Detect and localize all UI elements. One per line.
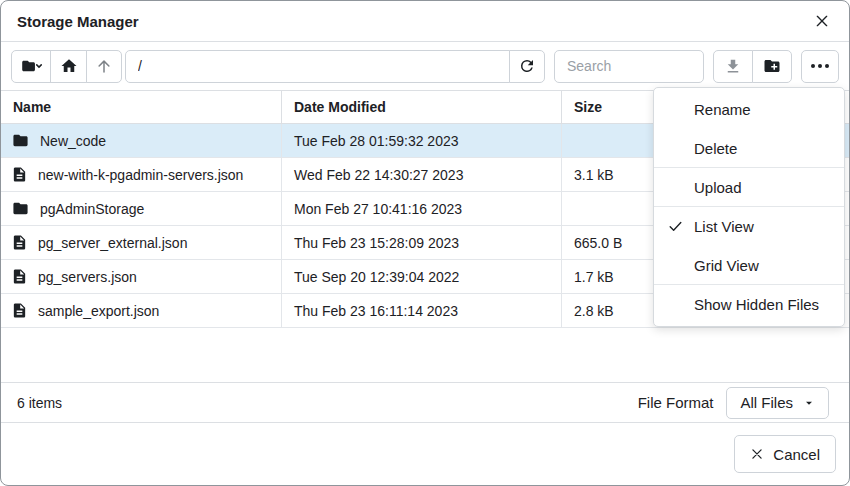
file-name: pg_servers.json [38, 269, 137, 285]
search-input[interactable] [554, 50, 704, 83]
file-format-wrap: File Format All Files [638, 387, 829, 419]
storage-manager-dialog: Storage Manager [0, 0, 850, 486]
cancel-button[interactable]: Cancel [734, 435, 836, 473]
file-name-cell: pg_servers.json [1, 260, 282, 293]
options-context-menu: Rename Delete Upload List View [653, 87, 845, 327]
file-date-modified: Wed Feb 22 14:30:27 2023 [282, 158, 562, 191]
file-action-button-group [713, 50, 792, 83]
file-format-label: File Format [638, 394, 714, 411]
menu-item[interactable]: List View [654, 207, 844, 246]
status-bar: 6 items File Format All Files [1, 382, 849, 423]
path-input[interactable] [125, 50, 510, 83]
file-icon [11, 166, 28, 183]
title-bar: Storage Manager [1, 1, 849, 42]
column-header-name[interactable]: Name [1, 91, 282, 123]
file-date-modified: Thu Feb 23 15:28:09 2023 [282, 226, 562, 259]
menu-item-label: Rename [694, 101, 751, 118]
file-date-modified: Tue Feb 28 01:59:32 2023 [282, 124, 562, 157]
dialog-title: Storage Manager [17, 13, 139, 30]
more-icon [811, 64, 829, 68]
menu-item-label: Delete [694, 140, 737, 157]
file-name-cell: New_code [1, 124, 282, 157]
file-icon [11, 234, 28, 251]
home-icon [60, 57, 78, 75]
items-count: 6 items [17, 395, 62, 411]
menu-item-label: Show Hidden Files [694, 296, 819, 313]
file-name: pgAdminStorage [40, 201, 144, 217]
folder-menu-button[interactable] [11, 50, 51, 83]
menu-item[interactable]: Show Hidden Files [654, 285, 844, 324]
close-icon[interactable] [812, 11, 832, 31]
folder-icon [11, 200, 30, 217]
file-format-value: All Files [740, 394, 793, 411]
cancel-label: Cancel [773, 446, 820, 463]
file-name-cell: new-with-k-pgadmin-servers.json [1, 158, 282, 191]
file-name-cell: sample_export.json [1, 294, 282, 327]
file-name: pg_server_external.json [38, 235, 187, 251]
download-icon [724, 57, 742, 75]
file-name: sample_export.json [38, 303, 159, 319]
toolbar [1, 42, 849, 90]
file-name-cell: pg_server_external.json [1, 226, 282, 259]
up-directory-button[interactable] [86, 50, 122, 83]
refresh-icon [518, 57, 536, 75]
file-name: new-with-k-pgadmin-servers.json [38, 167, 243, 183]
file-date-modified: Mon Feb 27 10:41:16 2023 [282, 192, 562, 225]
folder-menu-icon [21, 57, 42, 75]
menu-item[interactable]: Upload [654, 168, 844, 207]
file-icon [11, 268, 28, 285]
dialog-footer: Cancel [1, 423, 849, 485]
more-options-button[interactable] [801, 50, 839, 83]
new-folder-icon [762, 57, 782, 75]
home-button[interactable] [50, 50, 87, 83]
file-list-empty-area [1, 328, 849, 382]
download-button[interactable] [713, 50, 753, 83]
menu-item[interactable]: Grid View [654, 246, 844, 285]
file-date-modified: Thu Feb 23 16:11:14 2023 [282, 294, 562, 327]
menu-item[interactable]: Rename [654, 90, 844, 129]
folder-icon [11, 132, 30, 149]
menu-item-label: Upload [694, 179, 742, 196]
up-arrow-icon [95, 57, 113, 75]
column-header-date-modified[interactable]: Date Modified [282, 91, 562, 123]
close-icon [750, 447, 764, 461]
menu-item[interactable]: Delete [654, 129, 844, 168]
file-format-select[interactable]: All Files [726, 387, 829, 419]
check-icon [668, 219, 694, 234]
path-group [125, 50, 545, 83]
menu-item-label: Grid View [694, 257, 759, 274]
menu-item-label: List View [694, 218, 754, 235]
new-folder-button[interactable] [752, 50, 792, 83]
file-name-cell: pgAdminStorage [1, 192, 282, 225]
navigation-button-group [11, 50, 122, 83]
file-icon [11, 302, 28, 319]
file-name: New_code [40, 133, 106, 149]
caret-down-icon [803, 397, 815, 409]
refresh-button[interactable] [509, 50, 545, 83]
file-date-modified: Tue Sep 20 12:39:04 2022 [282, 260, 562, 293]
